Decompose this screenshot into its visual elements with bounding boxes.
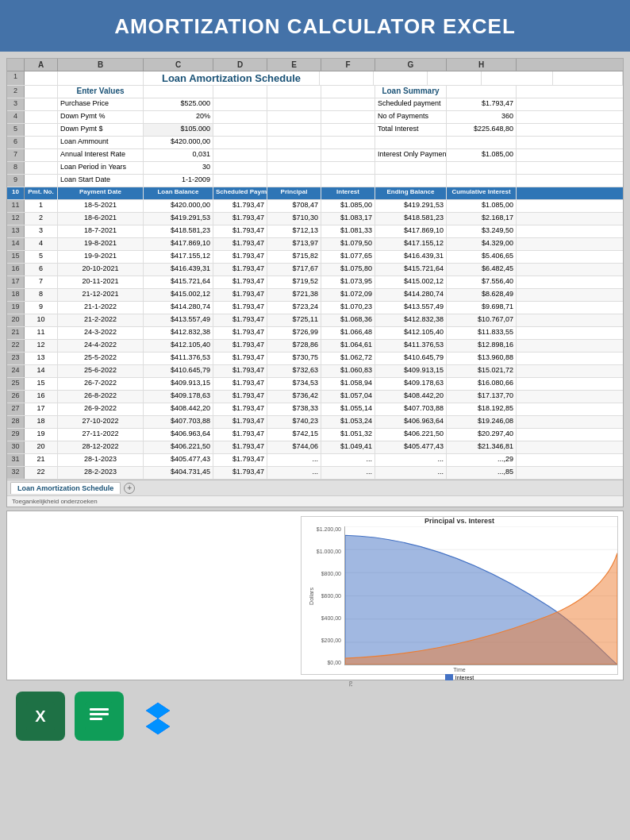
- total-interest-label: Total Interest: [375, 124, 447, 136]
- principal-vs-interest-chart: Principal vs. Interest Dollars $1.200,00…: [301, 516, 618, 675]
- row-4: 4 Down Pymt % 20% No of Payments 360: [7, 111, 623, 124]
- col-header-f: F: [321, 59, 375, 71]
- bottom-icons-bar: X: [0, 684, 630, 749]
- row-1: 1 Loan Amortization Schedule: [7, 71, 623, 86]
- table-row: 15 5 19-9-2021 $417.155,12 $1.793,47 $71…: [7, 251, 623, 264]
- th-principal: Principal: [267, 187, 321, 199]
- table-row: 32 22 28-2-2023 $404.731,45 $1.793,47 ..…: [7, 467, 623, 480]
- total-interest-value: $225.648,80: [447, 124, 517, 136]
- svg-rect-10: [90, 713, 109, 715]
- down-pmt-usd-label: Down Pymt $: [58, 124, 144, 136]
- purchase-price-value: $525.000: [144, 98, 213, 110]
- table-row: 29 19 27-11-2022 $406.963,64 $1.793,47 $…: [7, 429, 623, 441]
- th-loan-balance: Loan Balance: [144, 187, 213, 199]
- spreadsheet-area: A B C D E F G H 1 Loan Amortization Sche…: [6, 58, 624, 507]
- col-headers-row: A B C D E F G H: [7, 59, 623, 71]
- page-title: AMORTIZATION CALCULATOR EXCEL: [0, 0, 630, 52]
- dropbox-icon[interactable]: [133, 692, 182, 741]
- svg-text:X: X: [35, 707, 46, 725]
- interest-only-label: Interest Only Payment: [375, 149, 447, 161]
- svg-marker-14: [146, 703, 170, 719]
- th-interest: Interest: [321, 187, 375, 199]
- row-2: 2 Enter Values Loan Summary: [7, 86, 623, 98]
- chart-title: Principal vs. Interest: [302, 517, 617, 525]
- chart-legend: Interest: [302, 674, 617, 680]
- svg-rect-9: [90, 708, 109, 711]
- annual-rate-label: Annual Interest Rate: [58, 149, 144, 161]
- spreadsheet-title: Loan Amortization Schedule: [144, 71, 320, 85]
- row-8: 8 Loan Period in Years 30: [7, 162, 623, 175]
- row-9: 9 Loan Start Date 1-1-2009: [7, 175, 623, 187]
- svg-marker-15: [146, 719, 170, 734]
- add-sheet-button[interactable]: +: [124, 483, 135, 494]
- col-header-e: E: [267, 59, 321, 71]
- sheet-tab-bar: Loan Amortization Schedule +: [7, 480, 623, 495]
- th-pmt-no: Pmt. No.: [25, 187, 58, 199]
- loan-summary-label: Loan Summary: [375, 86, 447, 98]
- col-header-c: C: [144, 59, 213, 71]
- sheet-tab-loan[interactable]: Loan Amortization Schedule: [10, 482, 121, 494]
- accessibility-bar: Toegankelijkheid onderzoeken: [7, 495, 623, 507]
- down-pmt-pct-label: Down Pymt %: [58, 111, 144, 123]
- table-row: 23 13 25-5-2022 $411.376,53 $1.793,47 $7…: [7, 353, 623, 365]
- table-row: 22 12 24-4-2022 $412.105,40 $1.793,47 $7…: [7, 340, 623, 353]
- table-row: 16 6 20-10-2021 $416.439,31 $1.793,47 $7…: [7, 264, 623, 276]
- table-row: 25 15 26-7-2022 $409.913,15 $1.793,47 $7…: [7, 378, 623, 391]
- chart-area: Principal vs. Interest Dollars $1.200,00…: [6, 511, 624, 680]
- purchase-price-label: Purchase Price: [58, 98, 144, 110]
- th-cumulative: Cumulative Interest: [447, 187, 517, 199]
- down-pmt-usd-value: $105.000: [144, 124, 213, 136]
- annual-rate-value: 0,031: [144, 149, 213, 161]
- table-row: 14 4 19-8-2021 $417.869,10 $1.793,47 $71…: [7, 238, 623, 251]
- table-row: 12 2 18-6-2021 $419.291,53 $1.793,47 $71…: [7, 213, 623, 225]
- loan-amount-label: Loan Ammount: [58, 137, 144, 148]
- y-axis-labels: $1.200,00 $1.000,00 $800,00 $600,00 $400…: [309, 526, 344, 665]
- y-axis-title: Dollars: [309, 588, 314, 605]
- table-row: 27 17 26-9-2022 $408.442,20 $1.793,47 $7…: [7, 403, 623, 416]
- table-row: 26 16 26-8-2022 $409.178,63 $1.793,47 $7…: [7, 391, 623, 403]
- table-row: 18 8 21-12-2021 $415.002,12 $1.793,47 $7…: [7, 289, 623, 302]
- col-header-g: G: [375, 59, 447, 71]
- row-7: 7 Annual Interest Rate 0,031 Interest On…: [7, 149, 623, 162]
- interest-only-value: $1.085,00: [447, 149, 517, 161]
- scheduled-payment-value: $1.793,47: [447, 98, 517, 110]
- table-row: 17 7 20-11-2021 $415.721,64 $1.793,47 $7…: [7, 276, 623, 289]
- table-row: 28 18 27-10-2022 $407.703,88 $1.793,47 $…: [7, 416, 623, 429]
- col-header-h: H: [447, 59, 517, 71]
- row-6: 6 Loan Ammount $420.000,00: [7, 137, 623, 149]
- row-3: 3 Purchase Price $525.000 Scheduled paym…: [7, 98, 623, 111]
- down-pmt-pct-value: 20%: [144, 111, 213, 123]
- loan-start-value: 1-1-2009: [144, 175, 213, 187]
- table-row: 21 11 24-3-2022 $412.832,38 $1.793,47 $7…: [7, 327, 623, 340]
- loan-period-label: Loan Period in Years: [58, 162, 144, 174]
- chart-plot: $708,48 $768,84 $771,44 $814,98 $883,99 …: [344, 526, 617, 665]
- table-row: 30 20 28-12-2022 $406.221,50 $1.793,47 $…: [7, 441, 623, 454]
- no-of-payments-label: No of Payments: [375, 111, 447, 123]
- table-row: 24 14 25-6-2022 $410.645,79 $1.793,47 $7…: [7, 365, 623, 378]
- svg-rect-11: [90, 718, 102, 720]
- table-body: 11 1 18-5-2021 $420.000,00 $1.793,47 $70…: [7, 200, 623, 480]
- sheets-icon[interactable]: [75, 692, 124, 741]
- x-axis-title: Time: [302, 667, 617, 672]
- no-of-payments-value: 360: [447, 111, 517, 123]
- th-ending-balance: Ending Balance: [375, 187, 447, 199]
- table-header-row: 10 Pmt. No. Payment Date Loan Balance Sc…: [7, 187, 623, 200]
- table-row: 31 21 28-1-2023 $405.477,43 $1.793,47 ..…: [7, 454, 623, 467]
- loan-start-label: Loan Start Date: [58, 175, 144, 187]
- col-header-d: D: [213, 59, 267, 71]
- loan-amount-value: $420.000,00: [144, 137, 213, 148]
- loan-period-value: 30: [144, 162, 213, 174]
- rn-1: 1: [7, 71, 25, 85]
- interest-legend-color: [445, 674, 453, 680]
- col-header-a: A: [25, 59, 58, 71]
- col-header-rn: [7, 59, 25, 71]
- table-row: 11 1 18-5-2021 $420.000,00 $1.793,47 $70…: [7, 200, 623, 213]
- svg-rect-8: [85, 702, 113, 730]
- excel-icon[interactable]: X: [16, 692, 65, 741]
- th-payment-date: Payment Date: [58, 187, 144, 199]
- th-scheduled: Scheduled Payment: [213, 187, 267, 199]
- row-5: 5 Down Pymt $ $105.000 Total Interest $2…: [7, 124, 623, 137]
- enter-values-label: Enter Values: [58, 86, 144, 98]
- table-row: 19 9 21-1-2022 $414.280,74 $1.793,47 $72…: [7, 302, 623, 314]
- col-header-b: B: [58, 59, 144, 71]
